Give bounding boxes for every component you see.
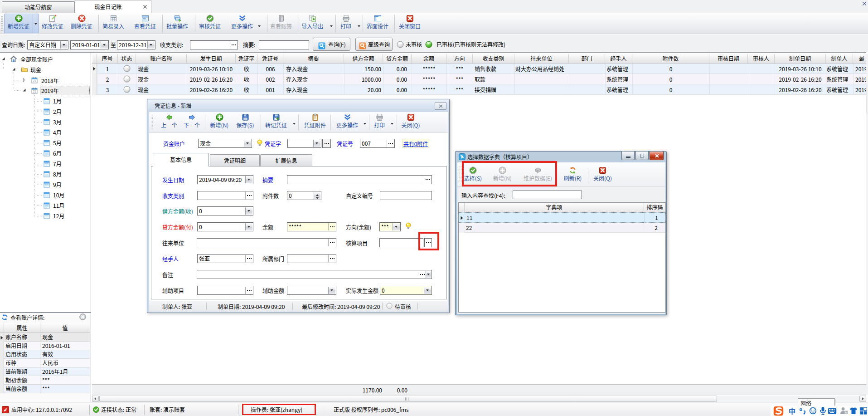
svg-text:21: 21 [33, 89, 36, 93]
svg-text:2: 2 [845, 411, 847, 414]
svg-text:21: 21 [33, 78, 36, 83]
